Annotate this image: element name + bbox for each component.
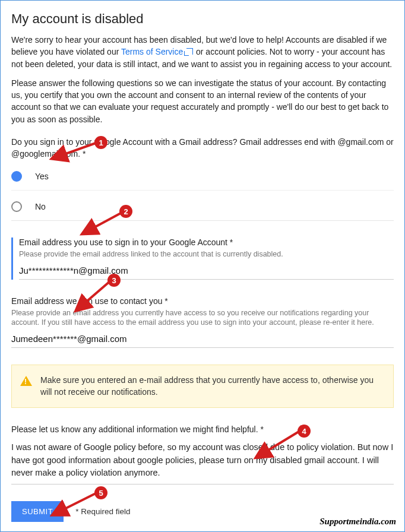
signin-email-input[interactable] bbox=[19, 263, 394, 280]
contact-email-hint: Please provide an email address you curr… bbox=[11, 308, 394, 328]
page-title: My account is disabled bbox=[11, 11, 394, 27]
annotation-badge-3: 3 bbox=[107, 274, 121, 287]
intro-paragraph-2: Please answer the following questions so… bbox=[11, 77, 394, 125]
submit-button[interactable]: SUBMIT bbox=[11, 501, 64, 522]
annotation-arrow-5 bbox=[59, 492, 100, 518]
contact-email-label: Email address we can use to contact you … bbox=[11, 296, 394, 306]
page-container: My account is disabled We're sorry to he… bbox=[0, 0, 405, 532]
additional-info-field: Please let us know any additional inform… bbox=[11, 425, 394, 484]
svg-line-1 bbox=[62, 143, 96, 155]
radio-no-label: No bbox=[35, 202, 46, 211]
signin-email-label: Email address you use to sign in to your… bbox=[19, 238, 394, 247]
radio-unselected-icon bbox=[11, 201, 22, 212]
radio-option-no[interactable]: No bbox=[11, 191, 394, 221]
signin-email-field: Email address you use to sign in to your… bbox=[11, 238, 394, 280]
annotation-arrow-4 bbox=[262, 430, 303, 460]
svg-line-3 bbox=[92, 212, 123, 229]
annotation-badge-4: 4 bbox=[298, 425, 311, 438]
radio-selected-icon bbox=[11, 171, 22, 182]
annotation-badge-2: 2 bbox=[119, 205, 132, 218]
external-link-icon bbox=[186, 48, 193, 55]
svg-line-5 bbox=[84, 281, 110, 303]
svg-line-9 bbox=[62, 493, 96, 510]
additional-info-input[interactable]: I was not aware of Google policy before,… bbox=[11, 440, 394, 484]
intro-paragraph-1: We're sorry to hear your account has bee… bbox=[11, 34, 394, 70]
warning-icon bbox=[20, 376, 32, 386]
warning-text: Make sure you entered an e-mail address … bbox=[40, 375, 385, 398]
contact-email-field: Email address we can use to contact you … bbox=[11, 296, 394, 349]
svg-line-7 bbox=[265, 432, 299, 452]
annotation-badge-5: 5 bbox=[94, 486, 107, 499]
annotation-arrow-1 bbox=[59, 142, 100, 162]
watermark-text: Supportmeindia.com bbox=[319, 517, 396, 527]
annotation-badge-1: 1 bbox=[94, 136, 107, 149]
signin-email-hint: Please provide the email address linked … bbox=[19, 249, 394, 259]
warning-alert: Make sure you entered an e-mail address … bbox=[11, 365, 394, 408]
radio-yes-label: Yes bbox=[35, 172, 49, 181]
contact-email-input[interactable] bbox=[11, 331, 394, 348]
terms-of-service-link[interactable]: Terms of Service bbox=[121, 47, 194, 56]
radio-option-yes[interactable]: Yes bbox=[11, 160, 394, 191]
additional-info-label: Please let us know any additional inform… bbox=[11, 425, 394, 434]
